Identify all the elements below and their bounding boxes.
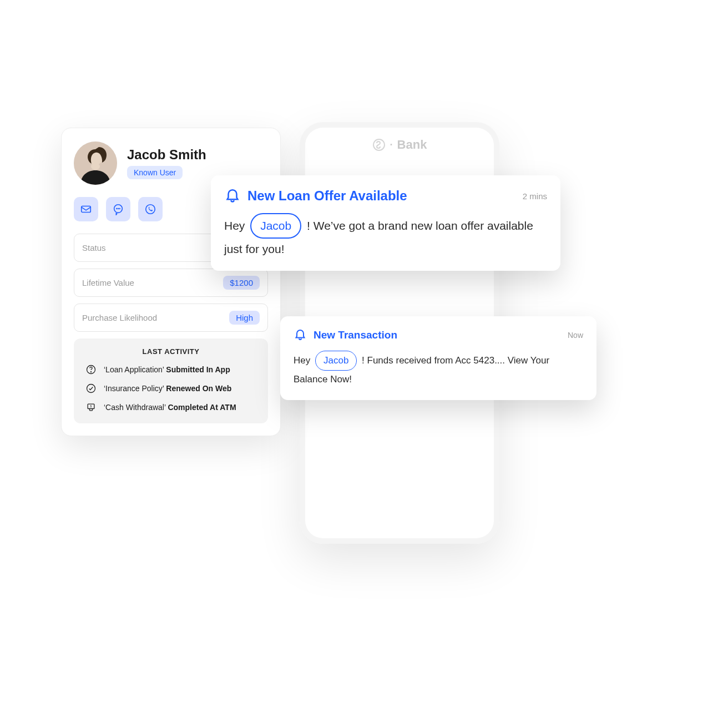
activity-item: ‘Loan Application’ Submitted In App <box>85 363 257 376</box>
notification-loan-offer[interactable]: New Loan Offer Available 2 mins Hey Jaco… <box>211 175 560 271</box>
stat-label: Status <box>82 243 106 252</box>
stat-label: Purchase Likelihood <box>82 313 157 322</box>
last-activity-title: LAST ACTIVITY <box>85 347 257 356</box>
mention-chip: Jacob <box>315 351 357 371</box>
notification-time: Now <box>568 331 583 340</box>
user-badge: Known User <box>127 166 183 179</box>
notification-body: Hey Jacob ! Funds received from Acc 5423… <box>294 351 583 389</box>
svg-point-15 <box>146 205 155 214</box>
atm-icon: $ <box>85 401 97 413</box>
bell-icon <box>224 186 241 205</box>
last-activity-panel: LAST ACTIVITY ‘Loan Application’ Submitt… <box>74 338 268 423</box>
svg-rect-10 <box>82 206 91 213</box>
svg-point-14 <box>119 209 120 209</box>
svg-point-12 <box>117 209 117 209</box>
avatar <box>74 141 117 185</box>
notification-transaction[interactable]: New Transaction Now Hey Jacob ! Funds re… <box>280 316 596 400</box>
notification-title: New Loan Offer Available <box>247 188 407 204</box>
profile-name: Jacob Smith <box>127 147 206 163</box>
email-icon <box>80 203 92 215</box>
stat-purchase-likelihood: Purchase Likelihood High <box>74 304 268 332</box>
notification-time: 2 mins <box>523 191 547 201</box>
phone-brand: · Bank <box>300 138 499 152</box>
email-button[interactable] <box>74 197 98 221</box>
svg-point-18 <box>87 385 95 393</box>
notification-body: Hey Jacob ! We’ve got a brand new loan o… <box>224 213 547 260</box>
mention-chip: Jacob <box>250 213 301 239</box>
whatsapp-button[interactable] <box>138 197 163 221</box>
chat-button[interactable] <box>106 197 130 221</box>
stat-label: Lifetime Value <box>82 278 134 287</box>
svg-point-17 <box>91 372 92 372</box>
notification-title: New Transaction <box>314 329 397 341</box>
whatsapp-icon <box>144 203 156 215</box>
bank-logo-icon <box>372 138 386 151</box>
check-icon <box>85 382 97 395</box>
phone-brand-label: Bank <box>397 138 427 152</box>
activity-item: ‘Insurance Policy’ Renewed On Web <box>85 382 257 395</box>
stat-value: High <box>229 311 260 325</box>
stat-value: $1200 <box>223 276 260 290</box>
profile-card: Jacob Smith Known User Status L Lifetime… <box>61 128 281 436</box>
stat-ltv: Lifetime Value $1200 <box>74 269 268 297</box>
svg-point-13 <box>118 209 119 209</box>
activity-item: $ ‘Cash Withdrawal’ Completed At ATM <box>85 401 257 413</box>
question-icon <box>85 363 97 376</box>
svg-point-9 <box>91 163 100 170</box>
svg-text:$: $ <box>90 405 92 408</box>
chat-icon <box>112 203 124 215</box>
bell-icon <box>294 327 307 343</box>
